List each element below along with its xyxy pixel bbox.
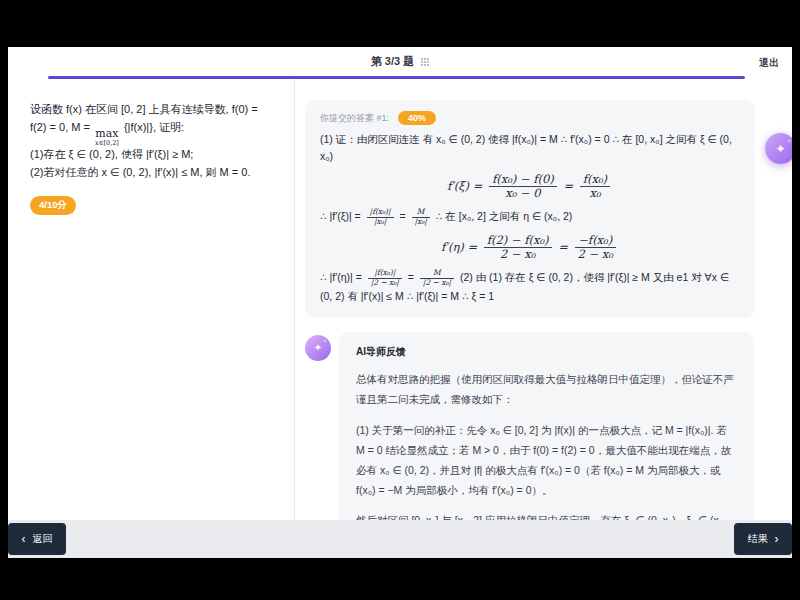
answer-panel: 你提交的答案 #1: 40% (1) 证：由闭区间连连 有 x₀ ∈ (0, 2…	[295, 79, 792, 520]
line2-post: ∴ 在 [x₀, 2] 之间有 η ∈ (x₀, 2)	[436, 210, 573, 222]
problem-line-2-post: {|f(x)|}, 证明:	[124, 121, 184, 133]
back-button[interactable]: ‹ 返回	[8, 523, 66, 555]
feedback-paragraph-3: 然后对区间 [0, x₀] 与 [x₀, 2] 应用拉格朗日中值定理，存在 ξ₁…	[356, 511, 737, 520]
eq-denominator: |x₀|	[412, 218, 430, 227]
header: 第 3/3 题 退出	[8, 47, 792, 78]
chevron-right-icon: ›	[775, 533, 779, 545]
eq-denominator: 2 − x₀	[484, 248, 552, 262]
line2-equals: =	[399, 210, 405, 222]
ai-feedback-title: AI导师反馈	[356, 345, 737, 359]
eq-numerator: f(x₀) − f(0)	[489, 173, 557, 188]
eq-numerator: f(x₀)	[580, 173, 610, 188]
submitted-answer-card: 你提交的答案 #1: 40% (1) 证：由闭区间连连 有 x₀ ∈ (0, 2…	[305, 100, 755, 318]
exit-button[interactable]: 退出	[759, 56, 779, 70]
line2-fraction-2: M|x₀|	[412, 208, 430, 226]
line3-fraction-2: M|2 − x₀|	[420, 269, 454, 287]
ai-assistant-button[interactable]: ✦✧	[765, 133, 792, 164]
eq2-fraction-2: −f(x₀)2 − x₀	[575, 234, 616, 263]
answer-header: 你提交的答案 #1: 40%	[320, 111, 740, 125]
answer-equation-2: f′(η) = f(2) − f(x₀)2 − x₀ = −f(x₀)2 − x…	[320, 234, 740, 263]
main-window: 第 3/3 题 退出 设函数 f(x) 在区间 [0, 2] 上具有连续导数, …	[8, 47, 792, 558]
line2-fraction-1: |f(x₀)||x₀|	[367, 208, 394, 226]
ai-feedback-card: AI导师反馈 总体有对思路的把握（使用闭区间取得最大值与拉格朗日中值定理），但论…	[339, 332, 754, 520]
answer-label: 你提交的答案 #1:	[320, 112, 389, 125]
result-button[interactable]: 结果 ›	[734, 523, 792, 555]
eq2-lhs: f′(η) =	[441, 240, 477, 254]
answer-line-3: ∴ |f′(η)| = |f(x₀)||2 − x₀| = M|2 − x₀| …	[320, 269, 740, 305]
result-button-label: 结果	[748, 532, 768, 546]
eq-denominator: |2 − x₀|	[420, 279, 454, 288]
chevron-left-icon: ‹	[22, 533, 26, 545]
sparkles-icon: ✦✧	[314, 343, 322, 353]
max-word: max	[95, 128, 118, 139]
eq1-equals: =	[563, 179, 573, 193]
line3-equals: =	[408, 271, 414, 283]
back-button-label: 返回	[33, 532, 53, 546]
ai-feedback-section: ✦✧ AI导师反馈 总体有对思路的把握（使用闭区间取得最大值与拉格朗日中值定理）…	[305, 332, 764, 520]
ai-avatar: ✦✧	[305, 335, 331, 361]
line3-pre: ∴ |f′(η)| =	[320, 271, 362, 283]
eq-denominator: x₀ − 0	[489, 187, 557, 201]
line3-fraction-1: |f(x₀)||2 − x₀|	[368, 269, 402, 287]
page-title: 第 3/3 题	[8, 54, 792, 69]
eq-denominator: x₀	[580, 187, 610, 201]
answer-line-1: (1) 证：由闭区间连连 有 x₀ ∈ (0, 2) 使得 |f(x₀)| = …	[320, 131, 740, 166]
footer-bar: ‹ 返回 结果 ›	[8, 520, 792, 558]
answer-equation-1: f′(ξ) = f(x₀) − f(0)x₀ − 0 = f(x₀)x₀	[320, 173, 740, 202]
problem-line-1: 设函数 f(x) 在区间 [0, 2] 上具有连续导数, f(0) =	[30, 101, 278, 119]
problem-statement: 设函数 f(x) 在区间 [0, 2] 上具有连续导数, f(0) = f(2)…	[30, 101, 278, 182]
question-grid-icon[interactable]	[421, 58, 429, 66]
eq2-fraction-1: f(2) − f(x₀)2 − x₀	[484, 234, 552, 263]
content-area: 设函数 f(x) 在区间 [0, 2] 上具有连续导数, f(0) = f(2)…	[8, 79, 792, 520]
problem-panel: 设函数 f(x) 在区间 [0, 2] 上具有连续导数, f(0) = f(2)…	[8, 79, 295, 520]
problem-line-4: (2)若对任意的 x ∈ (0, 2), |f′(x)| ≤ M, 则 M = …	[30, 164, 278, 182]
eq-numerator: f(2) − f(x₀)	[484, 234, 552, 249]
eq1-fraction-1: f(x₀) − f(0)x₀ − 0	[489, 173, 557, 202]
app-root: { "colors": { "accent_purple": "#6246d2"…	[0, 0, 800, 600]
line2-pre: ∴ |f′(ξ)| =	[320, 210, 361, 222]
eq1-lhs: f′(ξ) =	[447, 179, 482, 193]
eq1-fraction-2: f(x₀)x₀	[580, 173, 610, 202]
sparkles-icon: ✦✧	[775, 143, 785, 155]
problem-line-3: (1)存在 ξ ∈ (0, 2), 使得 |f′(ξ)| ≥ M;	[30, 146, 278, 164]
eq-denominator: 2 − x₀	[575, 248, 616, 262]
eq-denominator: |x₀|	[367, 218, 394, 227]
score-badge: 4/10分	[30, 196, 76, 215]
feedback-paragraph-1: 总体有对思路的把握（使用闭区间取得最大值与拉格朗日中值定理），但论证不严谨且第二…	[356, 370, 737, 410]
eq2-equals: =	[558, 240, 568, 254]
answer-line-2: ∴ |f′(ξ)| = |f(x₀)||x₀| = M|x₀| ∴ 在 [x₀,…	[320, 208, 740, 226]
question-counter: 第 3/3 题	[371, 54, 414, 69]
eq-denominator: |2 − x₀|	[368, 279, 402, 288]
problem-line-2-pre: f(2) = 0, M =	[30, 121, 90, 133]
feedback-paragraph-2: (1) 关于第一问的补正：先令 x₀ ∈ [0, 2] 为 |f(x)| 的一点…	[356, 421, 737, 501]
max-operator: max x∈[0,2]	[95, 128, 119, 147]
eq-numerator: −f(x₀)	[575, 234, 616, 249]
problem-line-2: f(2) = 0, M = max x∈[0,2] {|f(x)|}, 证明:	[30, 119, 278, 147]
answer-score-badge: 40%	[398, 111, 436, 125]
